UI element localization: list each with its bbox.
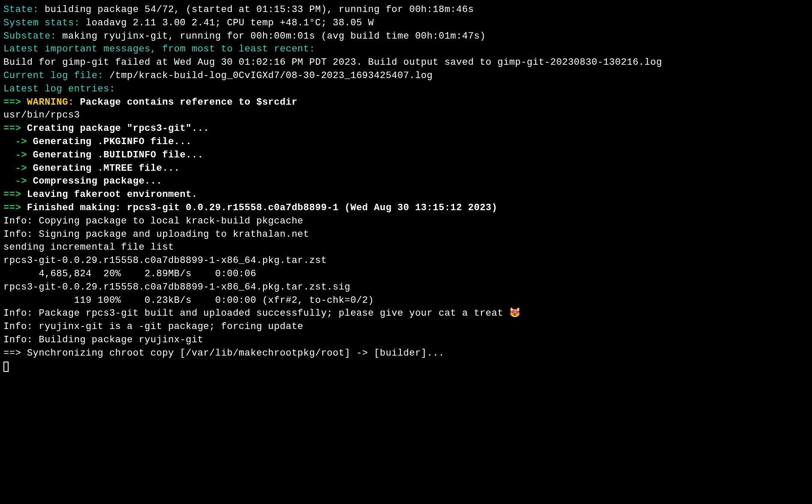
terminal-line: State: building package 54/72, (started … xyxy=(3,3,809,17)
terminal-text: Generating .MTREE file... xyxy=(27,163,180,174)
terminal-line: Info: ryujinx-git is a -git package; for… xyxy=(3,320,809,334)
terminal-text: ==> Synchronizing chroot copy [/var/lib/… xyxy=(3,348,445,359)
terminal-line: -> Generating .MTREE file... xyxy=(3,162,809,175)
terminal-text: -> xyxy=(3,150,27,160)
terminal-line: ==> Synchronizing chroot copy [/var/lib/… xyxy=(3,347,809,360)
terminal-text: Latest important messages, from most to … xyxy=(3,44,315,54)
terminal-text: rpcs3-git-0.0.29.r15558.c0a7db8899-1-x86… xyxy=(3,282,350,293)
terminal-text: Generating .PKGINFO file... xyxy=(27,136,192,147)
terminal-line: Info: Copying package to local krack-bui… xyxy=(3,215,809,228)
terminal-text: -> xyxy=(3,176,27,187)
terminal-text: ==> xyxy=(3,189,21,200)
terminal-text: 4,685,824 20% 2.89MB/s 0:00:06 xyxy=(3,269,256,279)
terminal-text: Info: Copying package to local krack-bui… xyxy=(3,216,303,226)
terminal-cursor xyxy=(3,362,9,372)
terminal-text: ==> xyxy=(3,202,21,213)
terminal-output: State: building package 54/72, (started … xyxy=(3,3,809,360)
terminal-line: Latest important messages, from most to … xyxy=(3,43,809,56)
terminal-line: Substate: making ryujinx-git, running fo… xyxy=(3,30,809,43)
terminal-line: 4,685,824 20% 2.89MB/s 0:00:06 xyxy=(3,268,809,281)
terminal-text: /tmp/krack-build-log_0CvIGXd7/08-30-2023… xyxy=(103,70,433,81)
terminal-line: System stats: loadavg 2.11 3.00 2.41; CP… xyxy=(3,17,809,30)
terminal-line: ==> WARNING: Package contains reference … xyxy=(3,96,809,109)
terminal-line: rpcs3-git-0.0.29.r15558.c0a7db8899-1-x86… xyxy=(3,254,809,268)
terminal-line: sending incremental file list xyxy=(3,241,809,254)
terminal-text: Info: ryujinx-git is a -git package; for… xyxy=(3,321,303,332)
terminal-text: Substate: xyxy=(3,31,56,42)
terminal-text: Generating .BUILDINFO file... xyxy=(27,150,203,160)
terminal-line: 119 100% 0.23kB/s 0:00:00 (xfr#2, to-chk… xyxy=(3,294,809,308)
terminal-text: Creating package "rpcs3-git"... xyxy=(21,123,209,134)
terminal-text: making ryujinx-git, running for 00h:00m:… xyxy=(56,31,485,42)
terminal-text: Compressing package... xyxy=(27,176,162,187)
terminal-text: -> xyxy=(3,163,27,174)
terminal-text: Build for gimp-git failed at Wed Aug 30 … xyxy=(3,57,662,68)
terminal-text: loadavg 2.11 3.00 2.41; CPU temp +48.1°C… xyxy=(80,18,374,28)
terminal-text: State: xyxy=(3,4,39,15)
terminal-line: -> Generating .BUILDINFO file... xyxy=(3,149,809,162)
terminal-text: building package 54/72, (started at 01:1… xyxy=(39,4,474,15)
terminal-text: usr/bin/rpcs3 xyxy=(3,110,80,121)
terminal-line: usr/bin/rpcs3 xyxy=(3,109,809,122)
terminal-text: Latest log entries: xyxy=(3,84,115,94)
terminal-text: Finished making: rpcs3-git 0.0.29.r15558… xyxy=(21,202,497,213)
terminal-line: rpcs3-git-0.0.29.r15558.c0a7db8899-1-x86… xyxy=(3,281,809,294)
terminal-text: 119 100% 0.23kB/s 0:00:00 (xfr#2, to-chk… xyxy=(3,295,374,306)
terminal-line: ==> Leaving fakeroot environment. xyxy=(3,188,809,202)
terminal-text: Info: Building package ryujinx-git xyxy=(3,335,203,345)
terminal-text: ==> xyxy=(3,97,21,108)
terminal-line: Build for gimp-git failed at Wed Aug 30 … xyxy=(3,56,809,69)
terminal-text: -> xyxy=(3,136,27,147)
terminal-text: Info: Signing package and uploading to k… xyxy=(3,229,309,240)
terminal-line: Info: Signing package and uploading to k… xyxy=(3,228,809,241)
terminal-text: ==> xyxy=(3,123,21,134)
terminal-line: Info: Package rpcs3-git built and upload… xyxy=(3,307,809,320)
terminal-text: rpcs3-git-0.0.29.r15558.c0a7db8899-1-x86… xyxy=(3,255,327,266)
terminal-line: ==> Finished making: rpcs3-git 0.0.29.r1… xyxy=(3,202,809,215)
terminal-text: sending incremental file list xyxy=(3,242,174,253)
terminal-line: Latest log entries: xyxy=(3,83,809,96)
terminal-text: Package contains reference to $srcdir xyxy=(74,97,297,108)
terminal-line: Current log file: /tmp/krack-build-log_0… xyxy=(3,69,809,83)
terminal-line: -> Generating .PKGINFO file... xyxy=(3,136,809,149)
terminal-text: Info: Package rpcs3-git built and upload… xyxy=(3,308,521,319)
terminal-text: Current log file: xyxy=(3,70,103,81)
terminal-text: Leaving fakeroot environment. xyxy=(21,189,197,200)
terminal-text: WARNING: xyxy=(21,97,74,108)
terminal-text: System stats: xyxy=(3,18,80,28)
terminal-line: ==> Creating package "rpcs3-git"... xyxy=(3,122,809,136)
terminal-line: -> Compressing package... xyxy=(3,175,809,188)
terminal-line: Info: Building package ryujinx-git xyxy=(3,334,809,347)
